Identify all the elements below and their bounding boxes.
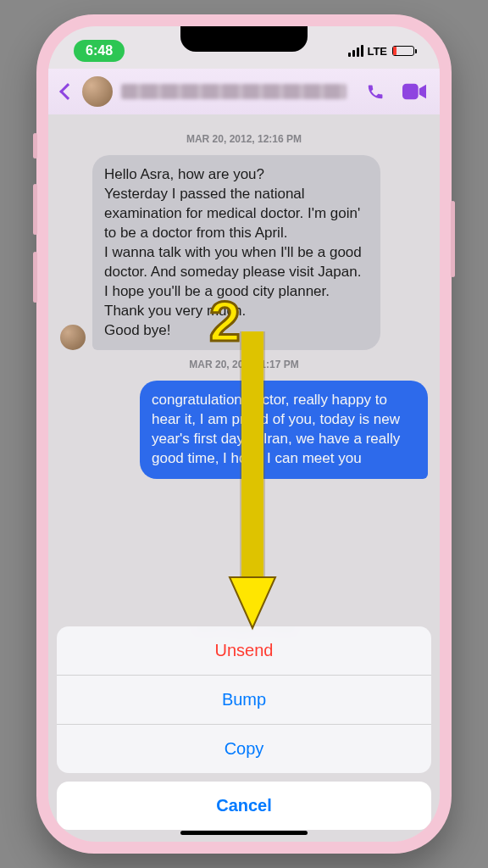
volume-down	[33, 252, 37, 303]
copy-button[interactable]: Copy	[57, 725, 431, 773]
home-indicator[interactable]	[180, 831, 308, 835]
notch	[180, 26, 308, 52]
svg-rect-0	[402, 84, 419, 100]
chat-header	[48, 69, 440, 114]
mute-switch	[33, 133, 37, 159]
power-button	[451, 201, 455, 277]
bump-button[interactable]: Bump	[57, 676, 431, 725]
action-sheet-group: Unsend Bump Copy	[57, 626, 431, 773]
volume-up	[33, 184, 37, 235]
unsend-button[interactable]: Unsend	[57, 626, 431, 676]
battery-icon	[392, 46, 414, 56]
contact-name-redacted[interactable]	[121, 84, 347, 99]
screen: 6:48 LTE MAR 20, 2012, 12:16 PM	[48, 26, 440, 842]
back-icon[interactable]	[59, 83, 76, 100]
action-sheet: Unsend Bump Copy Cancel	[57, 626, 431, 830]
signal-icon	[348, 45, 363, 57]
status-right: LTE	[348, 45, 414, 58]
contact-avatar[interactable]	[82, 76, 113, 107]
phone-frame: 6:48 LTE MAR 20, 2012, 12:16 PM	[36, 14, 452, 854]
phone-icon[interactable]	[363, 82, 387, 101]
video-icon[interactable]	[402, 82, 426, 101]
cancel-button[interactable]: Cancel	[57, 782, 431, 830]
status-time: 6:48	[74, 40, 125, 62]
chat-area: MAR 20, 2012, 12:16 PM Hello Asra, how a…	[48, 114, 440, 842]
network-label: LTE	[367, 45, 387, 58]
